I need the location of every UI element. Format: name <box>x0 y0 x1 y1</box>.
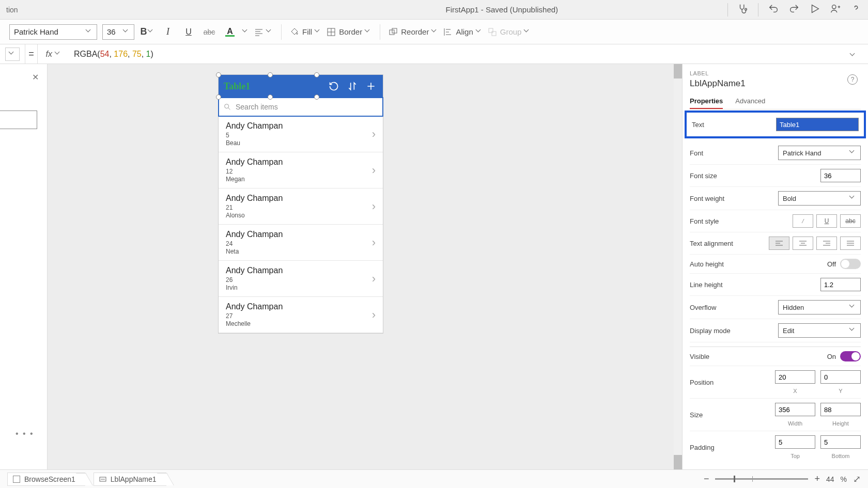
align-left[interactable] <box>769 237 789 250</box>
breadcrumb-control[interactable]: LblAppName1 <box>94 473 166 486</box>
formula-expand[interactable] <box>850 53 863 55</box>
zoom-out[interactable]: − <box>704 474 709 484</box>
formula-input[interactable]: RGBA(54, 176, 75, 1) <box>70 49 845 59</box>
font-size-select[interactable]: 36 <box>102 24 134 40</box>
resize-handle[interactable] <box>216 72 221 77</box>
close-icon[interactable]: ✕ <box>32 72 39 82</box>
align-right[interactable] <box>816 237 837 250</box>
underline-toggle[interactable]: U <box>816 214 837 228</box>
strike-toggle[interactable]: abc <box>840 214 861 228</box>
item-name: Andy Champan <box>226 266 376 275</box>
fontweight-select[interactable]: Bold <box>778 191 861 206</box>
tab-properties[interactable]: Properties <box>690 94 723 109</box>
redo-icon[interactable] <box>788 3 800 16</box>
list-item[interactable]: Andy Champan21Alonso› <box>219 188 383 225</box>
svg-point-7 <box>225 104 229 108</box>
format-ribbon: Patrick Hand 36 B I U abc A Fill Border … <box>0 20 868 44</box>
displaymode-select[interactable]: Edit <box>778 323 861 338</box>
zoom-slider[interactable] <box>715 478 808 480</box>
scroll-thumb[interactable] <box>674 455 682 469</box>
list-item[interactable]: Andy Champan12Megan› <box>219 152 383 188</box>
overflow-select[interactable]: Hidden <box>778 300 861 314</box>
autoheight-row: Auto height Off <box>690 255 861 274</box>
pos-x-input[interactable] <box>775 370 815 384</box>
app-header: Table1 <box>219 75 383 98</box>
fontsize-input[interactable] <box>820 169 861 182</box>
align-button[interactable]: Align <box>443 27 482 37</box>
item-name: Andy Champan <box>226 302 376 311</box>
resize-handle[interactable] <box>268 95 273 100</box>
border-button[interactable]: Border <box>327 27 371 37</box>
add-icon[interactable] <box>364 80 378 93</box>
item-num: 26 <box>226 276 376 284</box>
overflow-row: Overflow Hidden <box>690 296 861 319</box>
sort-icon[interactable] <box>346 80 359 93</box>
zoom-thumb[interactable] <box>734 476 735 482</box>
item-name: Andy Champan <box>226 230 376 239</box>
underline-button[interactable]: U <box>181 24 196 40</box>
zoom-value: 44 <box>826 475 834 483</box>
breadcrumb-screen[interactable]: BrowseScreen1 <box>7 473 85 486</box>
reorder-button[interactable]: Reorder <box>389 27 438 37</box>
chevron-down-icon <box>9 51 16 57</box>
fill-button[interactable]: Fill <box>290 27 321 37</box>
font-color-button[interactable]: A <box>222 24 238 40</box>
displaymode-value: Edit <box>783 327 794 335</box>
width-label: Width <box>788 420 802 427</box>
share-icon[interactable] <box>830 3 841 16</box>
italic-toggle[interactable]: / <box>793 214 813 228</box>
tab-advanced[interactable]: Advanced <box>735 94 765 109</box>
pad-bottom-input[interactable] <box>820 435 861 449</box>
align-center[interactable] <box>793 237 813 250</box>
autoheight-toggle[interactable]: Off <box>827 259 861 269</box>
list-item[interactable]: Andy Champan24Neta› <box>219 225 383 261</box>
width-input[interactable] <box>775 403 815 416</box>
help-icon[interactable]: ? <box>847 74 858 85</box>
undo-icon[interactable] <box>768 3 779 16</box>
strikethrough-button[interactable]: abc <box>202 24 217 40</box>
align-justify[interactable] <box>840 237 861 250</box>
canvas[interactable]: Table1 Search items Andy Champan5Beau›An… <box>48 64 682 469</box>
text-align-button[interactable] <box>254 27 273 37</box>
pos-y-input[interactable] <box>820 370 861 384</box>
resize-handle[interactable] <box>314 72 319 77</box>
zoom-controls: − + 44 % ⤢ <box>704 474 861 485</box>
list-item[interactable]: Andy Champan27Mechelle› <box>219 297 383 333</box>
scroll-thumb[interactable] <box>674 64 682 78</box>
text-input[interactable] <box>776 118 859 131</box>
font-family-select[interactable]: Patrick Hand <box>9 24 97 40</box>
help-icon[interactable] <box>850 3 862 16</box>
equals-label: = <box>25 44 38 64</box>
zoom-in[interactable]: + <box>814 474 820 484</box>
more-icon[interactable]: • • • <box>16 429 34 438</box>
item-num: 27 <box>226 312 376 320</box>
font-select[interactable]: Patrick Hand <box>778 146 861 160</box>
pad-top-input[interactable] <box>775 435 815 449</box>
visible-toggle[interactable]: On <box>827 351 861 361</box>
font-family-value: Patrick Hand <box>14 27 58 36</box>
play-icon[interactable] <box>809 3 820 16</box>
lineheight-input[interactable] <box>820 278 861 291</box>
resize-handle[interactable] <box>216 95 221 100</box>
resize-handle[interactable] <box>314 95 319 100</box>
stethoscope-icon[interactable] <box>737 3 749 16</box>
vertical-scrollbar[interactable] <box>674 64 682 469</box>
lineheight-row: Line height <box>690 274 861 296</box>
item-num: 5 <box>226 132 376 139</box>
bold-button[interactable]: B <box>140 24 155 40</box>
chevron-down-icon <box>148 29 154 35</box>
app-title-label[interactable]: Table1 <box>224 81 250 92</box>
tree-item[interactable] <box>0 111 37 129</box>
search-input[interactable]: Search items <box>218 97 383 117</box>
refresh-icon[interactable] <box>327 80 340 93</box>
list-item[interactable]: Andy Champan5Beau› <box>219 116 383 152</box>
list-item[interactable]: Andy Champan26Irvin› <box>219 261 383 297</box>
italic-button[interactable]: I <box>160 24 176 40</box>
fx-button[interactable]: fx <box>43 50 65 59</box>
fit-icon[interactable]: ⤢ <box>853 474 861 485</box>
bold-label: B <box>141 26 147 37</box>
height-input[interactable] <box>820 403 861 416</box>
property-selector[interactable] <box>5 48 20 61</box>
resize-handle[interactable] <box>268 72 273 77</box>
chevron-down-icon[interactable] <box>243 29 249 35</box>
